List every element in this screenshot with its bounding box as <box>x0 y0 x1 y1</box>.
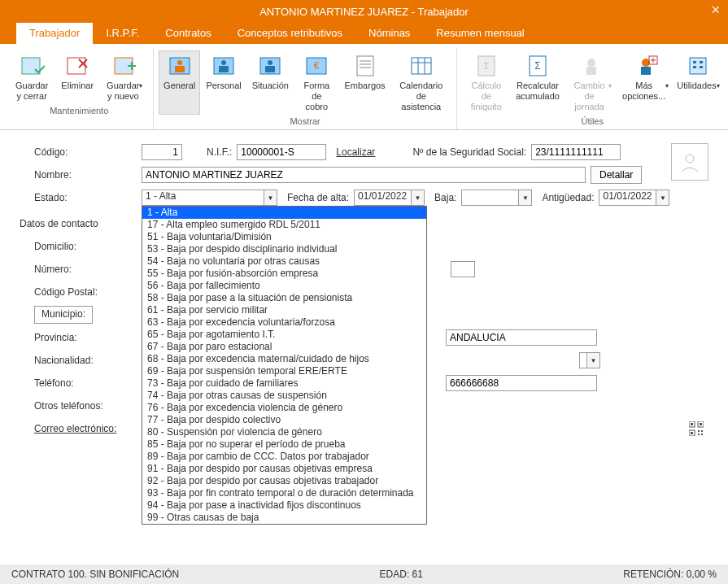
svg-rect-45 <box>698 430 700 432</box>
person-icon <box>678 150 701 173</box>
svg-text:Σ: Σ <box>484 62 489 71</box>
nss-input[interactable] <box>531 144 621 160</box>
svg-text:Σ: Σ <box>534 60 540 72</box>
detallar-button[interactable]: Detallar <box>591 166 642 184</box>
extra-input[interactable] <box>451 261 475 277</box>
estado-option[interactable]: 67 - Baja por paro estacional <box>142 341 426 353</box>
svg-rect-37 <box>700 66 703 68</box>
chevron-down-icon[interactable]: ▼ <box>656 190 669 206</box>
estado-option[interactable]: 58 - Baja por pase a la situación de pen… <box>142 292 426 304</box>
svg-point-7 <box>221 60 226 65</box>
ribbon-item[interactable]: ΣCálculo definiquito <box>462 50 511 115</box>
ribbon-icon <box>19 53 45 79</box>
chevron-down-icon[interactable]: ▼ <box>518 190 532 206</box>
ribbon-group: Guardary cerrarEliminarGuardary nuevoMan… <box>5 47 154 129</box>
window-title: ANTONIO MARTINEZ JUAREZ - Trabajador <box>259 6 469 18</box>
ribbon-item[interactable]: Personal <box>202 50 246 115</box>
estado-option[interactable]: 61 - Baja por servicio militar <box>142 304 426 316</box>
svg-rect-18 <box>412 58 431 74</box>
svg-rect-14 <box>357 56 373 76</box>
label-telefono: Teléfono: <box>20 377 142 389</box>
estado-option[interactable]: 56 - Baja por fallecimiento <box>142 280 426 292</box>
estado-option[interactable]: 55 - Baja por fusión-absorción empresa <box>142 268 426 280</box>
estado-option[interactable]: 73 - Baja por cuidado de familiares <box>142 377 426 390</box>
estado-option[interactable]: 76 - Baja por excedencia violencia de gé… <box>142 402 426 414</box>
estado-option[interactable]: 85 - Baja por no superar el período de p… <box>142 438 426 451</box>
ribbon-item[interactable]: Calendariode asistencia <box>391 50 451 115</box>
ribbon-item[interactable]: Másopciones... <box>619 50 672 115</box>
estado-option[interactable]: 77 - Baja por despido colectivo <box>142 414 426 426</box>
label-nombre: Nombre: <box>20 169 142 181</box>
ribbon-item[interactable]: Utilidades <box>674 50 723 115</box>
ribbon-item[interactable]: Guardary cerrar <box>10 50 54 104</box>
estado-option[interactable]: 63 - Baja por excedencia voluntaria/forz… <box>142 316 426 329</box>
codigo-input[interactable] <box>142 144 182 160</box>
ribbon-icon: Σ <box>525 53 551 79</box>
ribbon-item[interactable]: Cambio dejornada <box>565 50 617 115</box>
estado-option[interactable]: 99 - Otras causas de baja <box>142 512 426 524</box>
tab-contratos[interactable]: Contratos <box>152 23 224 44</box>
ribbon-item[interactable]: Guardary nuevo <box>101 50 148 104</box>
estado-option[interactable]: 74 - Baja por otras causas de suspensión <box>142 390 426 402</box>
ribbon-icon <box>408 53 434 79</box>
estado-option[interactable]: 51 - Baja voluntaria/Dimisión <box>142 231 426 243</box>
estado-option[interactable]: 92 - Baja por despido por causas objetiv… <box>142 475 426 487</box>
estado-option[interactable]: 80 - Suspensión por violencia de género <box>142 426 426 438</box>
chevron-down-icon[interactable]: ▼ <box>586 352 600 368</box>
label-nacionalidad: Nacionalidad: <box>20 355 142 366</box>
nombre-input[interactable] <box>142 167 586 183</box>
estado-option[interactable]: 93 - Baja por fin contrato temporal o de… <box>142 487 426 499</box>
antiguedad-value: 01/01/2022 <box>599 190 656 206</box>
estado-option[interactable]: 91 - Baja por despido por causas objetiv… <box>142 463 426 475</box>
estado-combo[interactable]: 1 - Alta ▼ <box>142 190 277 206</box>
ribbon-icon <box>685 53 711 79</box>
estado-option[interactable]: 68 - Baja por excedencia maternal/cuidad… <box>142 353 426 365</box>
ribbon-icon <box>64 53 90 79</box>
ribbon-item[interactable]: Eliminar <box>55 50 99 104</box>
label-domicilio: Domicilio: <box>20 241 142 252</box>
status-retencion: RETENCIÓN: 0,00 % <box>623 569 717 580</box>
fecha-alta-combo[interactable]: 01/01/2022 ▼ <box>354 190 425 206</box>
chevron-down-icon[interactable]: ▼ <box>264 190 277 206</box>
ribbon-item[interactable]: Embargos <box>340 50 390 115</box>
telefono2-input[interactable] <box>446 375 597 391</box>
ribbon-item[interactable]: General <box>159 50 199 115</box>
status-contrato: CONTRATO 100. SIN BONIFICACIÓN <box>11 569 179 580</box>
nacionalidad-combo[interactable]: ▼ <box>579 352 600 368</box>
estado-option[interactable]: 17 - Alta empleo sumergido RDL 5/2011 <box>142 219 426 231</box>
tab-irpf[interactable]: I.R.P.F. <box>93 23 152 44</box>
baja-combo[interactable]: ▼ <box>461 190 532 206</box>
tab-conceptos[interactable]: Conceptos retributivos <box>225 23 355 44</box>
qr-icon[interactable] <box>689 421 704 436</box>
close-icon[interactable]: × <box>711 2 720 19</box>
svg-rect-29 <box>641 67 651 75</box>
svg-point-10 <box>268 60 272 65</box>
estado-option[interactable]: 53 - Baja por despido disciplinario indi… <box>142 243 426 255</box>
tab-trabajador[interactable]: Trabajador <box>16 23 93 44</box>
provincia-input[interactable] <box>446 329 597 346</box>
ribbon-group-title: Mantenimiento <box>50 106 108 117</box>
svg-rect-42 <box>691 423 693 425</box>
photo-placeholder[interactable] <box>671 143 708 181</box>
tab-nominas[interactable]: Nóminas <box>355 23 423 44</box>
estado-option[interactable]: 54 - Baja no voluntaria por otras causas <box>142 255 426 268</box>
antiguedad-combo[interactable]: 01/01/2022 ▼ <box>599 190 669 206</box>
label-antiguedad: Antigüedad: <box>542 192 594 203</box>
ribbon-item[interactable]: Situación <box>247 50 293 115</box>
chevron-down-icon[interactable]: ▼ <box>411 190 425 206</box>
estado-option[interactable]: 89 - Baja por cambio de CCC. Datos por t… <box>142 451 426 463</box>
tab-resumen[interactable]: Resumen mensual <box>423 23 537 44</box>
ribbon-item[interactable]: ΣRecalcularacumulado <box>512 50 563 115</box>
municipio-button[interactable]: Municipio: <box>34 306 93 324</box>
ribbon-item[interactable]: €Formade cobro <box>294 50 338 115</box>
localizar-link[interactable]: Localizar <box>336 146 375 158</box>
estado-option[interactable]: 69 - Baja por suspensión temporal ERE/ER… <box>142 365 426 377</box>
estado-option[interactable]: 65 - Baja por agotamiento I.T. <box>142 329 426 341</box>
estado-dropdown-list[interactable]: 1 - Alta17 - Alta empleo sumergido RDL 5… <box>142 206 427 525</box>
svg-rect-27 <box>586 67 596 75</box>
label-correo[interactable]: Correo electrónico: <box>20 423 142 434</box>
nif-input[interactable] <box>237 144 326 160</box>
estado-option[interactable]: 1 - Alta <box>142 207 426 219</box>
svg-rect-8 <box>219 66 229 72</box>
estado-option[interactable]: 94 - Baja por pase a inactividad fijos d… <box>142 499 426 512</box>
